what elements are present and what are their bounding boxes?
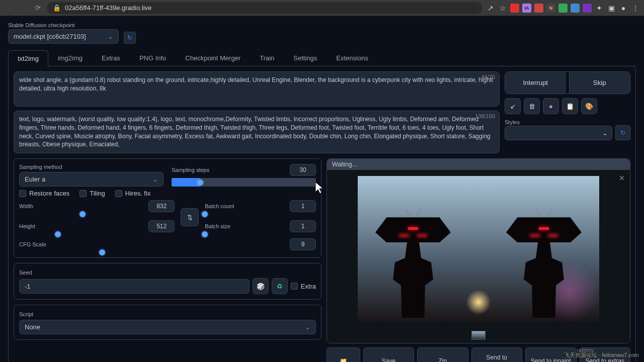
extension-icon[interactable]: [558, 4, 568, 13]
sidepanel-icon[interactable]: ▣: [607, 4, 616, 13]
menu-dots-icon[interactable]: ⋮: [631, 4, 640, 13]
clear-button[interactable]: 🗑: [524, 98, 540, 114]
seed-random-button[interactable]: 🎲: [253, 278, 269, 294]
tab-checkpoint-merger[interactable]: Checkpoint Merger: [176, 50, 250, 66]
swap-dims-button[interactable]: ⇅: [181, 208, 199, 226]
nav-reload-icon[interactable]: ⟳: [33, 2, 43, 14]
tab-train[interactable]: Train: [250, 50, 284, 66]
output-thumbnail[interactable]: [471, 331, 486, 340]
share-icon[interactable]: ↗: [486, 4, 495, 13]
height-label: Height: [19, 223, 35, 229]
height-value[interactable]: 512: [148, 220, 175, 232]
checkpoint-value: model.ckpt [cc6cb27103]: [14, 33, 86, 40]
seed-reuse-button[interactable]: ♻: [272, 278, 288, 294]
styles-refresh-button[interactable]: ↻: [615, 125, 630, 140]
tab-img2img[interactable]: img2img: [48, 50, 92, 66]
chevron-down-icon: ⌄: [305, 323, 310, 331]
nav-forward-icon[interactable]: →: [19, 2, 29, 14]
chevron-down-icon: ⌄: [152, 175, 158, 183]
style-apply-button[interactable]: 📋: [562, 98, 578, 114]
width-label: Width: [19, 203, 33, 209]
send-to-inpaint-button[interactable]: Send to inpaint: [525, 347, 577, 362]
tiling-checkbox[interactable]: Tiling: [79, 190, 105, 197]
send-to-img2img-button[interactable]: Send to img2img: [471, 347, 523, 362]
seed-input[interactable]: -1: [19, 279, 250, 294]
batch-count-value[interactable]: 1: [290, 200, 316, 212]
sampling-steps-slider[interactable]: [172, 178, 316, 187]
tab-settings[interactable]: Settings: [284, 50, 327, 66]
sampling-method-label: Sampling method: [19, 164, 164, 170]
zip-button[interactable]: Zip: [417, 347, 468, 362]
prompt-input[interactable]: 44/75 wide shot angle, a (gundam:0.8) ro…: [14, 71, 500, 107]
negative-token-count: 138/150: [475, 113, 495, 119]
extension-icon[interactable]: N: [546, 4, 555, 13]
url-text: 02a56ff4-71ff-439e.gradio.live: [65, 4, 151, 12]
tab-extras[interactable]: Extras: [92, 50, 130, 66]
styles-label: Styles: [505, 119, 520, 125]
sampling-steps-value[interactable]: 30: [290, 164, 316, 176]
prompt-token-count: 44/75: [481, 74, 495, 80]
extra-networks-button[interactable]: 🎨: [581, 98, 597, 114]
restore-faces-checkbox[interactable]: Restore faces: [19, 190, 69, 197]
checkpoint-select[interactable]: model.ckpt [cc6cb27103] ⌄: [8, 29, 119, 44]
seed-extra-checkbox[interactable]: Extra: [291, 283, 316, 290]
style-create-button[interactable]: ●: [543, 98, 559, 114]
close-icon[interactable]: ✕: [619, 174, 625, 182]
open-folder-button[interactable]: 📁: [327, 347, 360, 362]
extension-icon[interactable]: [571, 4, 580, 13]
script-select[interactable]: None ⌄: [19, 320, 316, 334]
swap-icon: ⇅: [187, 214, 193, 221]
checkpoint-refresh-button[interactable]: ↻: [124, 32, 136, 44]
seed-label: Seed: [19, 269, 32, 276]
paste-button[interactable]: ↙: [505, 98, 521, 114]
save-button[interactable]: Save: [363, 347, 415, 362]
prompt-text: wide shot angle, a (gundam:0.8) robot st…: [19, 76, 494, 93]
url-bar[interactable]: 🔒 02a56ff4-71ff-439e.gradio.live: [47, 2, 482, 14]
chevron-down-icon: ⌄: [108, 33, 113, 40]
cfg-scale-label: CFG Scale: [19, 241, 46, 247]
generated-image[interactable]: [358, 176, 599, 322]
bookmark-icon[interactable]: ☆: [498, 4, 507, 13]
nav-back-icon[interactable]: ←: [4, 2, 15, 14]
main-tabs: txt2img img2img Extras PNG Info Checkpoi…: [8, 50, 636, 66]
browser-actions: ↗ ☆ IA N ✦ ▣ ● ⋮: [486, 4, 640, 13]
profile-icon[interactable]: ●: [619, 4, 628, 13]
sampling-method-select[interactable]: Euler a ⌄: [19, 172, 164, 187]
negative-prompt-input[interactable]: 138/150 text, logo, watermark, (worst qu…: [14, 111, 500, 153]
output-status: Waiting...: [327, 159, 630, 170]
skip-button[interactable]: Skip: [569, 72, 630, 94]
extension-icon[interactable]: [534, 4, 543, 13]
chevron-down-icon: ⌄: [602, 129, 608, 137]
interrupt-button[interactable]: Interrupt: [505, 72, 566, 94]
batch-size-label: Batch size: [205, 223, 230, 229]
batch-size-value[interactable]: 1: [290, 220, 316, 232]
tab-txt2img[interactable]: txt2img: [8, 50, 48, 66]
script-label: Script: [19, 311, 33, 317]
output-gallery: Waiting... ✕: [327, 158, 630, 343]
sampling-steps-label: Sampling steps: [172, 167, 209, 173]
cfg-scale-value[interactable]: 9: [290, 238, 316, 250]
negative-prompt-text: text, logo, watermark, (worst quality, l…: [19, 115, 494, 149]
send-to-extras-button[interactable]: Send to extras: [580, 347, 631, 362]
tab-pnginfo[interactable]: PNG Info: [130, 50, 176, 66]
hires-fix-checkbox[interactable]: Hires. fix: [115, 190, 151, 197]
width-value[interactable]: 832: [148, 200, 175, 212]
browser-toolbar: ← → ⟳ 🔒 02a56ff4-71ff-439e.gradio.live ↗…: [0, 0, 644, 16]
batch-count-label: Batch count: [205, 203, 234, 209]
styles-select[interactable]: ⌄: [505, 126, 612, 140]
extension-icon[interactable]: [583, 4, 592, 13]
tab-extensions[interactable]: Extensions: [327, 50, 378, 66]
extension-icon[interactable]: IA: [522, 4, 531, 13]
sampling-method-value: Euler a: [25, 175, 45, 183]
extension-icon[interactable]: [510, 4, 519, 13]
checkpoint-label: Stable Diffusion checkpoint: [8, 22, 119, 28]
lock-icon: 🔒: [53, 4, 61, 12]
extensions-puzzle-icon[interactable]: ✦: [595, 4, 604, 13]
